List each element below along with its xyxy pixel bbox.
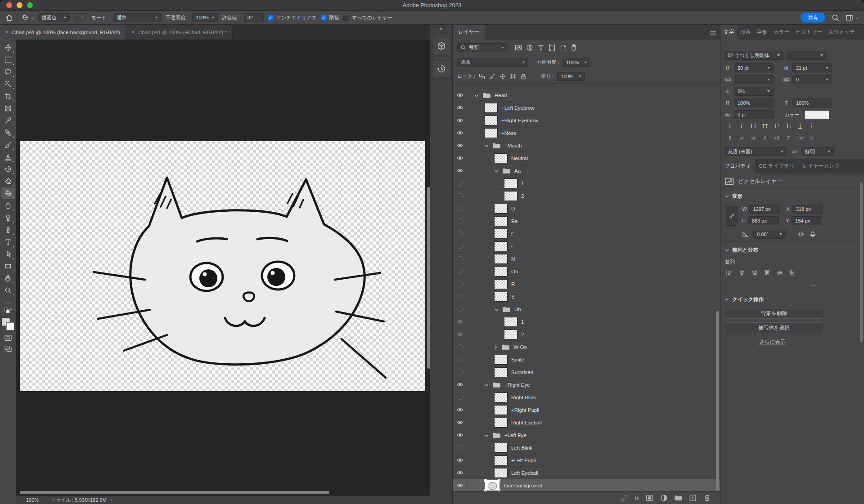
default-colors-icon[interactable] — [4, 308, 12, 314]
layer-row[interactable]: +Mouth — [453, 139, 720, 152]
zoom-level[interactable]: 100% — [26, 497, 39, 503]
lasso-tool[interactable] — [1, 66, 15, 78]
minimize-window-button[interactable] — [17, 2, 22, 8]
healing-brush-tool[interactable] — [1, 127, 15, 138]
layer-row[interactable]: +Left Pupil — [453, 454, 720, 467]
text-style-button[interactable]: T — [806, 123, 818, 129]
chevron-down-icon[interactable] — [494, 305, 499, 313]
layer-thumbnail[interactable] — [494, 292, 508, 302]
leading-select[interactable]: 21 pt — [792, 63, 832, 72]
paint-bucket-tool[interactable] — [1, 187, 15, 199]
layer-row[interactable]: L — [453, 240, 720, 253]
move-tool[interactable] — [1, 42, 15, 54]
visibility-toggle[interactable] — [453, 429, 468, 441]
screen-mode-icon[interactable] — [4, 345, 12, 352]
lock-all-icon[interactable] — [520, 73, 526, 80]
font-style-select[interactable]: - — [787, 51, 827, 60]
filter-smart-objects-icon[interactable] — [560, 44, 567, 51]
layer-thumbnail[interactable] — [494, 267, 508, 277]
visibility-toggle[interactable] — [453, 139, 468, 152]
tab-layers[interactable]: レイヤー — [453, 25, 485, 40]
canvas-horizontal-scrollbar[interactable] — [20, 491, 329, 494]
opentype-feature-button[interactable]: ơ — [736, 135, 747, 142]
document-canvas[interactable] — [20, 141, 425, 391]
share-button[interactable]: 共有 — [801, 13, 825, 22]
layer-thumbnail[interactable] — [494, 443, 508, 453]
opentype-feature-button[interactable]: ½ — [806, 135, 818, 142]
close-tab-icon[interactable]: × — [131, 29, 135, 36]
layer-thumbnail[interactable] — [494, 418, 508, 428]
opacity-select[interactable]: 100% — [192, 13, 218, 22]
layer-thumbnail[interactable] — [494, 216, 508, 226]
layer-row[interactable]: +Right Pupil — [453, 404, 720, 416]
chevron-down-icon[interactable] — [484, 431, 489, 439]
properties-panel-tab[interactable]: CC ライブラリ — [755, 159, 799, 174]
visibility-toggle[interactable] — [453, 303, 468, 315]
filter-pixel-layers-icon[interactable] — [515, 44, 522, 51]
layer-thumbnail[interactable] — [494, 367, 508, 377]
add-mask-icon[interactable] — [646, 494, 653, 502]
pen-tool[interactable] — [1, 224, 15, 236]
checkbox-unchecked-icon[interactable] — [343, 15, 349, 21]
object-selection-tool[interactable] — [1, 78, 15, 90]
canvas-pasteboard[interactable]: 100% ファイル : 5.93M/182.6M › — [16, 40, 430, 504]
layer-thumbnail[interactable] — [504, 178, 518, 188]
eraser-tool[interactable] — [1, 175, 15, 187]
antialias-select[interactable]: 鮮明 — [801, 147, 834, 156]
edit-toolbar-icon[interactable]: … — [5, 300, 11, 303]
layer-thumbnail[interactable] — [494, 405, 508, 415]
properties-scrollbar[interactable] — [860, 182, 863, 342]
layer-style-icon[interactable]: fx — [635, 495, 639, 501]
fill-source-select[interactable]: 描画色 — [38, 13, 70, 22]
layer-thumbnail-selected[interactable] — [484, 479, 500, 491]
font-size-select[interactable]: 20 pt — [734, 63, 774, 72]
chevron-down-icon[interactable] — [484, 381, 489, 389]
adjustment-layer-icon[interactable] — [660, 494, 668, 502]
layer-row[interactable]: +Right Eye — [453, 379, 720, 391]
visibility-toggle[interactable] — [453, 240, 468, 252]
lock-position-icon[interactable] — [500, 73, 506, 80]
layer-thumbnail[interactable] — [504, 317, 518, 327]
flip-vertical-icon[interactable] — [809, 231, 816, 237]
filter-kind-select[interactable]: 種類 — [457, 43, 508, 52]
opentype-feature-button[interactable]: 1st — [794, 135, 806, 142]
visibility-toggle[interactable] — [453, 227, 468, 240]
language-select[interactable]: 英語 (米国) — [724, 147, 787, 156]
search-icon[interactable] — [832, 14, 839, 22]
align-bottom-icon[interactable] — [789, 269, 796, 276]
width-input[interactable]: 1297 px — [749, 205, 780, 214]
layer-row[interactable]: 2 — [453, 190, 720, 202]
filter-type-layers-icon[interactable] — [537, 44, 544, 51]
tsume-select[interactable]: 0% — [734, 87, 774, 96]
layer-thumbnail[interactable] — [494, 204, 508, 214]
marquee-tool[interactable] — [1, 54, 15, 66]
link-layers-icon[interactable] — [621, 494, 628, 502]
visibility-toggle[interactable] — [453, 253, 468, 265]
close-window-button[interactable] — [6, 2, 12, 8]
status-options-icon[interactable]: › — [111, 498, 112, 502]
visibility-toggle[interactable] — [453, 202, 468, 214]
character-panel-tab[interactable]: 段落 — [737, 25, 754, 40]
fullscreen-window-button[interactable] — [27, 2, 33, 8]
y-input[interactable]: 154 px — [792, 216, 822, 225]
layer-row[interactable]: 1 — [453, 177, 720, 190]
align-middle-v-icon[interactable] — [776, 269, 783, 276]
character-panel-tab[interactable]: ヒストリー — [792, 25, 825, 40]
document-tab[interactable]: × Chad.psd @ 100% (face background, RGB/… — [0, 25, 126, 40]
layer-row[interactable]: Aa — [453, 165, 720, 177]
new-layer-icon[interactable] — [689, 494, 697, 502]
visibility-toggle[interactable] — [453, 215, 468, 227]
character-panel-tab[interactable]: カラー — [770, 25, 792, 40]
layer-thumbnail[interactable] — [494, 241, 508, 251]
constrain-proportions-toggle[interactable] — [726, 206, 738, 226]
layer-row[interactable]: Left Blink — [453, 442, 720, 454]
layer-thumbnail[interactable] — [494, 392, 508, 402]
opentype-feature-button[interactable]: st — [747, 135, 759, 142]
layer-row[interactable]: Uh — [453, 303, 720, 316]
visibility-toggle[interactable] — [453, 442, 468, 454]
visibility-toggle[interactable] — [453, 265, 468, 277]
layer-thumbnail[interactable] — [494, 229, 508, 239]
panel-menu-icon[interactable] — [710, 29, 716, 37]
align-left-icon[interactable] — [726, 269, 733, 276]
properties-panel-tab[interactable]: プロパティ — [720, 159, 755, 174]
